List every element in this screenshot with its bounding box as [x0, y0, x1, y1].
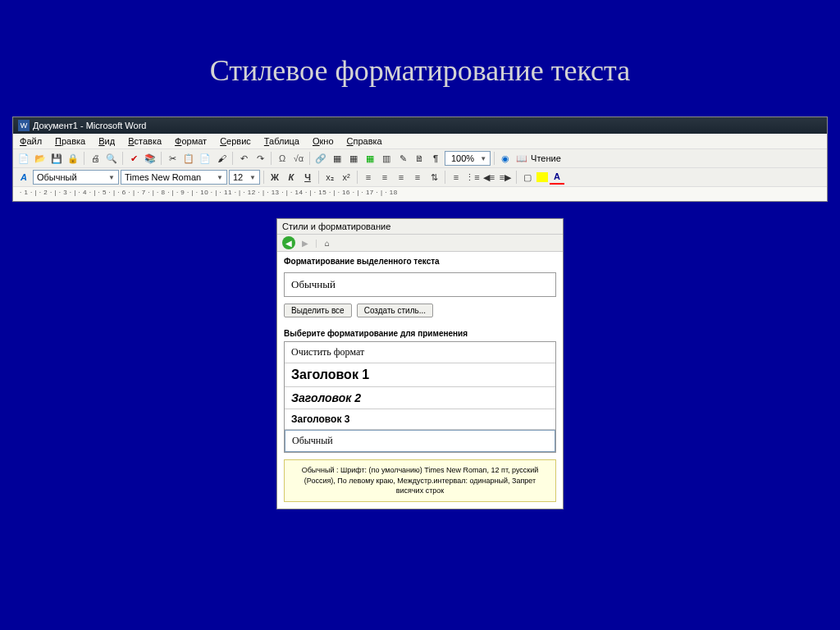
- line-spacing-icon[interactable]: ⇅: [427, 170, 441, 185]
- separator: [271, 152, 272, 165]
- docmap-icon[interactable]: 🗎: [412, 151, 427, 166]
- decrease-indent-icon[interactable]: ◀≡: [482, 170, 496, 185]
- spellcheck-icon[interactable]: ✔: [126, 151, 141, 166]
- redo-icon[interactable]: ↷: [253, 151, 267, 166]
- separator: [232, 152, 233, 165]
- preview-icon[interactable]: 🔍: [104, 151, 119, 166]
- equation-icon[interactable]: √α: [291, 151, 306, 166]
- standard-toolbar: 📄 📂 💾 🔒 🖨 🔍 ✔ 📚 ✂ 📋 📄 🖌 ↶ ↷ Ω √α 🔗 ▦ ▦ ▦…: [13, 148, 827, 167]
- italic-button[interactable]: К: [284, 170, 299, 185]
- style-heading1[interactable]: Заголовок 1: [285, 363, 555, 387]
- back-icon[interactable]: ◀: [282, 236, 295, 249]
- new-doc-icon[interactable]: 📄: [16, 151, 31, 166]
- panel-buttons: Выделить все Создать стиль...: [277, 300, 563, 324]
- styles-list: Очистить формат Заголовок 1 Заголовок 2 …: [284, 341, 556, 453]
- style-description-tooltip: Обычный : Шрифт: (по умолчанию) Times Ne…: [284, 459, 556, 502]
- font-combo[interactable]: Times New Roman▼: [121, 170, 227, 185]
- underline-button[interactable]: Ч: [300, 170, 315, 185]
- style-heading2[interactable]: Заголовок 2: [285, 387, 555, 409]
- separator: [494, 152, 495, 165]
- separator: [161, 152, 162, 165]
- menu-edit[interactable]: Правка: [52, 135, 89, 147]
- formatting-toolbar: A Обычный▼ Times New Roman▼ 12▼ Ж К Ч x₂…: [13, 167, 827, 186]
- cut-icon[interactable]: ✂: [165, 151, 180, 166]
- style-combo[interactable]: Обычный▼: [33, 170, 119, 185]
- style-normal[interactable]: Обычный: [285, 430, 555, 452]
- separator: [263, 171, 264, 184]
- save-icon[interactable]: 💾: [49, 151, 64, 166]
- help-icon[interactable]: ◉: [498, 151, 513, 166]
- separator: [309, 152, 310, 165]
- show-marks-icon[interactable]: ¶: [428, 151, 443, 166]
- increase-indent-icon[interactable]: ≡▶: [498, 170, 513, 185]
- drawing-icon[interactable]: ✎: [395, 151, 410, 166]
- copy-icon[interactable]: 📋: [181, 151, 196, 166]
- menu-view[interactable]: Вид: [95, 135, 118, 147]
- menu-help[interactable]: Справка: [344, 135, 386, 147]
- print-icon[interactable]: 🖨: [88, 151, 103, 166]
- special-char-icon[interactable]: Ω: [275, 151, 290, 166]
- numbered-list-icon[interactable]: ≡: [449, 170, 463, 185]
- slide-title: Стилевое форматирование текста: [0, 0, 840, 116]
- format-painter-icon[interactable]: 🖌: [214, 151, 229, 166]
- current-format-display[interactable]: Обычный: [284, 272, 556, 297]
- align-left-icon[interactable]: ≡: [361, 170, 376, 185]
- separator: [122, 152, 123, 165]
- borders-icon[interactable]: ▢: [520, 170, 535, 185]
- paste-icon[interactable]: 📄: [198, 151, 212, 166]
- section-selected-format: Форматирование выделенного текста: [277, 252, 563, 269]
- highlight-icon[interactable]: [536, 172, 548, 182]
- panel-title: Стили и форматирование: [277, 219, 563, 235]
- open-icon[interactable]: 📂: [33, 151, 48, 166]
- reading-label[interactable]: Чтение: [531, 153, 561, 163]
- menu-window[interactable]: Окно: [309, 135, 337, 147]
- style-clear-format[interactable]: Очистить формат: [285, 342, 555, 363]
- reading-icon[interactable]: 📖: [514, 151, 529, 166]
- superscript-button[interactable]: x²: [339, 170, 354, 185]
- hyperlink-icon[interactable]: 🔗: [313, 151, 328, 166]
- menu-insert[interactable]: Вставка: [125, 135, 165, 147]
- window-title: Документ1 - Microsoft Word: [33, 121, 146, 130]
- align-right-icon[interactable]: ≡: [394, 170, 409, 185]
- separator: [84, 152, 84, 165]
- panel-nav: ◀ ▶ | ⌂: [277, 235, 563, 252]
- styles-pane-icon[interactable]: A: [16, 170, 31, 185]
- subscript-button[interactable]: x₂: [322, 170, 337, 185]
- columns-icon[interactable]: ▥: [379, 151, 394, 166]
- ruler[interactable]: · 1 · | · 2 · | · 3 · | · 4 · | · 5 · | …: [13, 186, 827, 201]
- section-apply-format: Выберите форматирование для применения: [277, 324, 563, 341]
- separator: [357, 171, 358, 184]
- insert-table-icon[interactable]: ▦: [346, 151, 361, 166]
- size-combo[interactable]: 12▼: [229, 170, 260, 185]
- separator: |: [315, 238, 317, 248]
- word-app-icon: W: [18, 120, 30, 131]
- menu-file[interactable]: Файл: [16, 135, 45, 147]
- separator: [445, 171, 445, 184]
- bold-button[interactable]: Ж: [267, 170, 282, 185]
- menu-format[interactable]: Формат: [171, 135, 210, 147]
- undo-icon[interactable]: ↶: [236, 151, 251, 166]
- font-color-icon[interactable]: A: [550, 170, 564, 185]
- permission-icon[interactable]: 🔒: [66, 151, 80, 166]
- separator: [516, 171, 517, 184]
- menubar: Файл Правка Вид Вставка Формат Сервис Та…: [13, 134, 827, 148]
- menu-service[interactable]: Сервис: [217, 135, 254, 147]
- zoom-combo[interactable]: 100%▼: [445, 151, 491, 166]
- separator: [318, 171, 319, 184]
- home-icon[interactable]: ⌂: [321, 236, 334, 249]
- style-heading3[interactable]: Заголовок 3: [285, 409, 555, 430]
- align-center-icon[interactable]: ≡: [377, 170, 392, 185]
- research-icon[interactable]: 📚: [143, 151, 158, 166]
- tables-borders-icon[interactable]: ▦: [330, 151, 345, 166]
- select-all-button[interactable]: Выделить все: [284, 304, 352, 317]
- word-window: W Документ1 - Microsoft Word Файл Правка…: [12, 116, 828, 202]
- styles-formatting-panel: Стили и форматирование ◀ ▶ | ⌂ Форматиро…: [276, 218, 564, 509]
- menu-table[interactable]: Таблица: [261, 135, 303, 147]
- forward-icon[interactable]: ▶: [299, 236, 312, 249]
- titlebar: W Документ1 - Microsoft Word: [13, 117, 827, 134]
- align-justify-icon[interactable]: ≡: [410, 170, 425, 185]
- new-style-button[interactable]: Создать стиль...: [357, 304, 433, 317]
- bullet-list-icon[interactable]: ⋮≡: [465, 170, 480, 185]
- excel-icon[interactable]: ▦: [363, 151, 377, 166]
